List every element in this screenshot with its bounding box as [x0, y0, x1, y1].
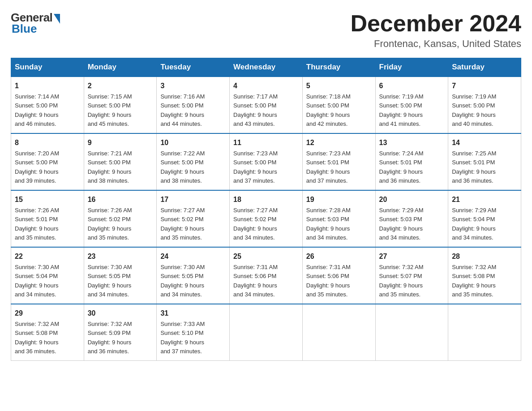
calendar-cell: 8Sunrise: 7:20 AMSunset: 5:00 PMDaylight… [11, 133, 84, 190]
calendar-header-wednesday: Wednesday [230, 58, 303, 77]
day-info: Sunrise: 7:30 AMSunset: 5:05 PMDaylight:… [88, 264, 132, 298]
calendar-cell: 20Sunrise: 7:29 AMSunset: 5:03 PMDayligh… [375, 190, 448, 247]
day-number: 4 [233, 81, 299, 91]
calendar-header-row: SundayMondayTuesdayWednesdayThursdayFrid… [11, 58, 521, 77]
day-info: Sunrise: 7:21 AMSunset: 5:00 PMDaylight:… [88, 150, 132, 184]
day-info: Sunrise: 7:18 AMSunset: 5:00 PMDaylight:… [306, 93, 351, 127]
calendar-cell: 16Sunrise: 7:26 AMSunset: 5:02 PMDayligh… [84, 190, 157, 247]
calendar-cell: 5Sunrise: 7:18 AMSunset: 5:00 PMDaylight… [302, 77, 375, 133]
day-info: Sunrise: 7:20 AMSunset: 5:00 PMDaylight:… [15, 150, 59, 184]
day-info: Sunrise: 7:32 AMSunset: 5:08 PMDaylight:… [452, 264, 496, 298]
week-row-5: 29Sunrise: 7:32 AMSunset: 5:08 PMDayligh… [11, 304, 521, 361]
day-number: 21 [452, 194, 517, 205]
day-number: 13 [379, 137, 445, 148]
calendar-cell: 4Sunrise: 7:17 AMSunset: 5:00 PMDaylight… [230, 77, 303, 133]
day-number: 22 [15, 251, 80, 262]
calendar-cell: 30Sunrise: 7:32 AMSunset: 5:09 PMDayligh… [84, 304, 157, 361]
calendar-cell: 2Sunrise: 7:15 AMSunset: 5:00 PMDaylight… [84, 77, 157, 133]
day-info: Sunrise: 7:25 AMSunset: 5:01 PMDaylight:… [452, 150, 496, 184]
day-number: 14 [452, 137, 517, 148]
day-info: Sunrise: 7:19 AMSunset: 5:00 PMDaylight:… [452, 93, 496, 127]
day-info: Sunrise: 7:17 AMSunset: 5:00 PMDaylight:… [233, 93, 278, 127]
day-info: Sunrise: 7:15 AMSunset: 5:00 PMDaylight:… [88, 93, 132, 127]
day-info: Sunrise: 7:24 AMSunset: 5:01 PMDaylight:… [379, 150, 424, 184]
day-info: Sunrise: 7:30 AMSunset: 5:04 PMDaylight:… [15, 264, 59, 298]
day-info: Sunrise: 7:33 AMSunset: 5:10 PMDaylight:… [160, 321, 205, 355]
calendar-cell [302, 304, 375, 361]
month-title: December 2024 [350, 11, 521, 36]
calendar-cell: 28Sunrise: 7:32 AMSunset: 5:08 PMDayligh… [448, 247, 521, 304]
day-number: 20 [379, 194, 445, 205]
day-number: 8 [15, 137, 80, 148]
day-info: Sunrise: 7:26 AMSunset: 5:02 PMDaylight:… [88, 207, 132, 241]
day-number: 23 [88, 251, 153, 262]
day-number: 17 [160, 194, 226, 205]
calendar-cell: 21Sunrise: 7:29 AMSunset: 5:04 PMDayligh… [448, 190, 521, 247]
logo-triangle-icon [54, 14, 60, 24]
calendar-cell: 19Sunrise: 7:28 AMSunset: 5:03 PMDayligh… [302, 190, 375, 247]
page-header: General Blue December 2024 Frontenac, Ka… [11, 11, 521, 50]
day-number: 18 [233, 194, 299, 205]
calendar-table: SundayMondayTuesdayWednesdayThursdayFrid… [11, 58, 521, 361]
day-number: 1 [15, 81, 80, 91]
day-number: 6 [379, 81, 445, 91]
day-info: Sunrise: 7:32 AMSunset: 5:08 PMDaylight:… [15, 321, 59, 355]
calendar-cell: 24Sunrise: 7:30 AMSunset: 5:05 PMDayligh… [157, 247, 230, 304]
calendar-cell: 3Sunrise: 7:16 AMSunset: 5:00 PMDaylight… [157, 77, 230, 133]
day-number: 25 [233, 251, 299, 262]
calendar-cell: 29Sunrise: 7:32 AMSunset: 5:08 PMDayligh… [11, 304, 84, 361]
day-info: Sunrise: 7:32 AMSunset: 5:07 PMDaylight:… [379, 264, 424, 298]
day-number: 29 [15, 308, 80, 319]
day-number: 19 [306, 194, 372, 205]
calendar-header-friday: Friday [375, 58, 448, 77]
day-info: Sunrise: 7:27 AMSunset: 5:02 PMDaylight:… [233, 207, 278, 241]
day-info: Sunrise: 7:22 AMSunset: 5:00 PMDaylight:… [160, 150, 205, 184]
calendar-cell: 12Sunrise: 7:23 AMSunset: 5:01 PMDayligh… [302, 133, 375, 190]
day-info: Sunrise: 7:27 AMSunset: 5:02 PMDaylight:… [160, 207, 205, 241]
calendar-header-tuesday: Tuesday [157, 58, 230, 77]
logo: General Blue [11, 11, 60, 36]
week-row-3: 15Sunrise: 7:26 AMSunset: 5:01 PMDayligh… [11, 190, 521, 247]
calendar-header-monday: Monday [84, 58, 157, 77]
day-number: 5 [306, 81, 372, 91]
day-number: 27 [379, 251, 445, 262]
day-number: 24 [160, 251, 226, 262]
calendar-cell: 31Sunrise: 7:33 AMSunset: 5:10 PMDayligh… [157, 304, 230, 361]
calendar-cell: 7Sunrise: 7:19 AMSunset: 5:00 PMDaylight… [448, 77, 521, 133]
week-row-4: 22Sunrise: 7:30 AMSunset: 5:04 PMDayligh… [11, 247, 521, 304]
day-number: 2 [88, 81, 153, 91]
day-number: 28 [452, 251, 517, 262]
title-section: December 2024 Frontenac, Kansas, United … [350, 11, 521, 50]
day-info: Sunrise: 7:16 AMSunset: 5:00 PMDaylight:… [160, 93, 205, 127]
day-info: Sunrise: 7:23 AMSunset: 5:01 PMDaylight:… [306, 150, 351, 184]
day-info: Sunrise: 7:28 AMSunset: 5:03 PMDaylight:… [306, 207, 351, 241]
calendar-cell: 14Sunrise: 7:25 AMSunset: 5:01 PMDayligh… [448, 133, 521, 190]
calendar-cell: 13Sunrise: 7:24 AMSunset: 5:01 PMDayligh… [375, 133, 448, 190]
day-number: 31 [160, 308, 226, 319]
calendar-cell: 10Sunrise: 7:22 AMSunset: 5:00 PMDayligh… [157, 133, 230, 190]
week-row-2: 8Sunrise: 7:20 AMSunset: 5:00 PMDaylight… [11, 133, 521, 190]
calendar-cell: 1Sunrise: 7:14 AMSunset: 5:00 PMDaylight… [11, 77, 84, 133]
day-info: Sunrise: 7:31 AMSunset: 5:06 PMDaylight:… [233, 264, 278, 298]
day-info: Sunrise: 7:29 AMSunset: 5:04 PMDaylight:… [452, 207, 496, 241]
day-number: 3 [160, 81, 226, 91]
day-number: 10 [160, 137, 226, 148]
calendar-cell: 11Sunrise: 7:23 AMSunset: 5:00 PMDayligh… [230, 133, 303, 190]
calendar-cell [448, 304, 521, 361]
calendar-cell [375, 304, 448, 361]
day-info: Sunrise: 7:26 AMSunset: 5:01 PMDaylight:… [15, 207, 59, 241]
day-number: 11 [233, 137, 299, 148]
calendar-cell: 25Sunrise: 7:31 AMSunset: 5:06 PMDayligh… [230, 247, 303, 304]
day-number: 7 [452, 81, 517, 91]
calendar-cell: 27Sunrise: 7:32 AMSunset: 5:07 PMDayligh… [375, 247, 448, 304]
logo-blue-text: Blue [12, 22, 37, 36]
day-info: Sunrise: 7:23 AMSunset: 5:00 PMDaylight:… [233, 150, 278, 184]
calendar-cell: 17Sunrise: 7:27 AMSunset: 5:02 PMDayligh… [157, 190, 230, 247]
calendar-header-saturday: Saturday [448, 58, 521, 77]
calendar-cell: 15Sunrise: 7:26 AMSunset: 5:01 PMDayligh… [11, 190, 84, 247]
day-info: Sunrise: 7:32 AMSunset: 5:09 PMDaylight:… [88, 321, 132, 355]
day-number: 30 [88, 308, 153, 319]
day-info: Sunrise: 7:19 AMSunset: 5:00 PMDaylight:… [379, 93, 424, 127]
day-number: 15 [15, 194, 80, 205]
day-number: 26 [306, 251, 372, 262]
